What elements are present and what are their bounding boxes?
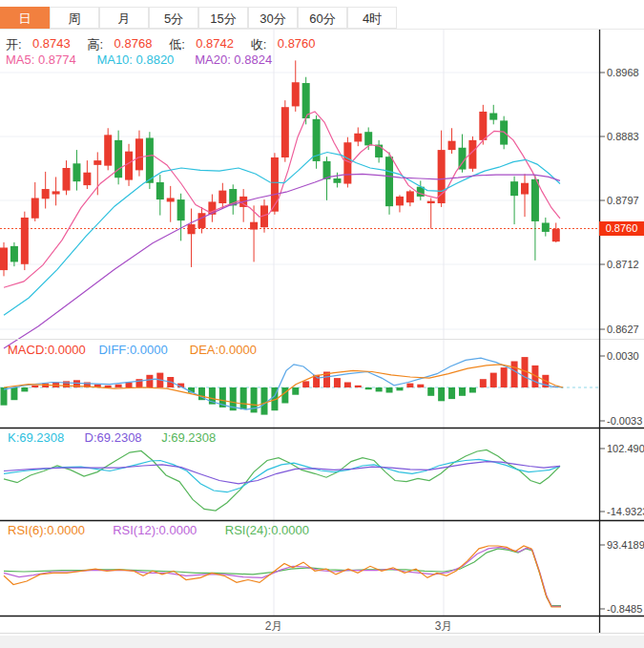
- macd-bar: [115, 385, 122, 387]
- ohlc-label: 低:: [169, 36, 185, 53]
- kdj-legend-item: D:69.2308: [85, 430, 142, 445]
- candle-body: [177, 199, 185, 220]
- macd-bar: [21, 387, 28, 391]
- ohlc-label: 开:: [6, 36, 22, 53]
- current-price-tag: 0.8760: [599, 221, 644, 236]
- candle-body: [197, 213, 205, 228]
- price-axis-label: 0.8883: [607, 131, 639, 142]
- trading-chart-app: 日周月5分15分30分60分4时 开:0.8743高:0.8768低:0.874…: [0, 0, 644, 648]
- candle-body: [0, 247, 8, 270]
- price-axis-label: 0.8968: [607, 67, 639, 78]
- candle-body: [510, 181, 518, 196]
- rsi6-line: [4, 546, 561, 607]
- ma-legend-item: MA5: 0.8774: [6, 52, 76, 67]
- candle-body: [156, 182, 164, 199]
- candle-body: [21, 218, 29, 264]
- macd-bar: [501, 367, 508, 387]
- macd-bar: [334, 378, 341, 387]
- ohlc-value: 0.8768: [114, 36, 153, 51]
- kdj-axis-label: 102.4905: [607, 443, 644, 454]
- candle-body: [52, 191, 60, 194]
- macd-bar: [365, 387, 372, 389]
- candle-body: [302, 83, 310, 118]
- candle-body: [333, 178, 341, 183]
- macd-axis-label: -0.0033: [607, 415, 642, 427]
- macd-bar: [344, 383, 351, 388]
- candle-body: [83, 173, 91, 185]
- chart-canvas: [0, 0, 644, 648]
- rsi-legend-item: RSI(6):0.0000: [8, 523, 85, 537]
- macd-bar: [427, 387, 434, 396]
- candle-body: [479, 112, 487, 140]
- price-axis-label: 0.8627: [607, 324, 639, 335]
- macd-bar: [261, 387, 268, 415]
- macd-legend-item: DEA:0.0000: [190, 343, 257, 357]
- macd-legend-item: DIFF:0.0000: [98, 343, 167, 357]
- macd-bar: [417, 385, 424, 387]
- x-axis-month-label: 3月: [435, 618, 453, 635]
- candle-body: [125, 152, 133, 180]
- footer-band: [0, 636, 644, 648]
- kdj-legend-item: K:69.2308: [8, 430, 64, 445]
- candle-body: [250, 222, 258, 230]
- candle-body: [396, 197, 404, 205]
- rsi-axis-label: 93.4189: [607, 539, 644, 551]
- candle-body: [364, 132, 372, 145]
- candle-body: [343, 142, 351, 183]
- candle-body: [31, 198, 39, 218]
- macd-bar: [448, 387, 455, 399]
- candle-body: [406, 191, 414, 202]
- ohlc-value: 0.8760: [278, 36, 316, 51]
- macd-bar: [511, 362, 518, 388]
- rsi-legend-item: RSI(24):0.0000: [225, 523, 309, 537]
- price-axis-label: 0.8712: [607, 259, 639, 270]
- macd-bar: [480, 379, 487, 387]
- candle-body: [63, 168, 71, 191]
- ma-legend-item: MA10: 0.8820: [96, 52, 174, 67]
- candle-body: [292, 82, 300, 106]
- macd-bar: [302, 381, 309, 387]
- rsi-axis-label: -0.8485: [607, 603, 642, 615]
- macd-bar: [355, 386, 362, 387]
- candle-body: [489, 114, 497, 120]
- candle-body: [531, 179, 539, 221]
- x-axis-month-label: 2月: [265, 618, 283, 635]
- ohlc-label: 收:: [251, 36, 267, 53]
- macd-bar: [396, 387, 403, 390]
- macd-bar: [406, 384, 413, 387]
- macd-bar: [438, 387, 445, 401]
- macd-bar: [386, 387, 393, 393]
- candle-body: [438, 150, 446, 203]
- macd-bar: [105, 386, 112, 387]
- candle-body: [10, 246, 18, 262]
- rsi-legend-item: RSI(12):0.0000: [113, 523, 197, 537]
- price-axis-label: 0.8797: [607, 195, 639, 206]
- candle-body: [427, 201, 435, 203]
- ohlc-label: 高:: [88, 36, 104, 53]
- macd-bar: [240, 387, 247, 409]
- candle-body: [542, 222, 550, 231]
- candle-body: [104, 135, 112, 165]
- macd-bar: [490, 373, 497, 387]
- macd-bar: [459, 387, 466, 396]
- rsi12-line: [4, 547, 561, 606]
- candle-body: [218, 191, 226, 203]
- candle-body: [73, 163, 80, 181]
- kdj-legend-item: J:69.2308: [161, 430, 216, 445]
- macd-bar: [1, 387, 8, 406]
- candle-body: [281, 107, 289, 157]
- macd-bar: [146, 375, 153, 387]
- candle-body: [42, 189, 50, 199]
- macd-bar: [31, 386, 38, 387]
- macd-bar: [376, 387, 383, 391]
- candle-body: [271, 157, 279, 212]
- ma-legend-item: MA20: 0.8824: [195, 52, 272, 67]
- candle-body: [93, 160, 101, 165]
- candle-body: [448, 141, 456, 150]
- macd-bar: [469, 387, 476, 393]
- macd-bar: [281, 387, 288, 404]
- candle-body: [354, 134, 362, 142]
- ohlc-value: 0.8743: [32, 36, 71, 51]
- candle-body: [146, 138, 154, 183]
- rsi24-line: [4, 549, 561, 606]
